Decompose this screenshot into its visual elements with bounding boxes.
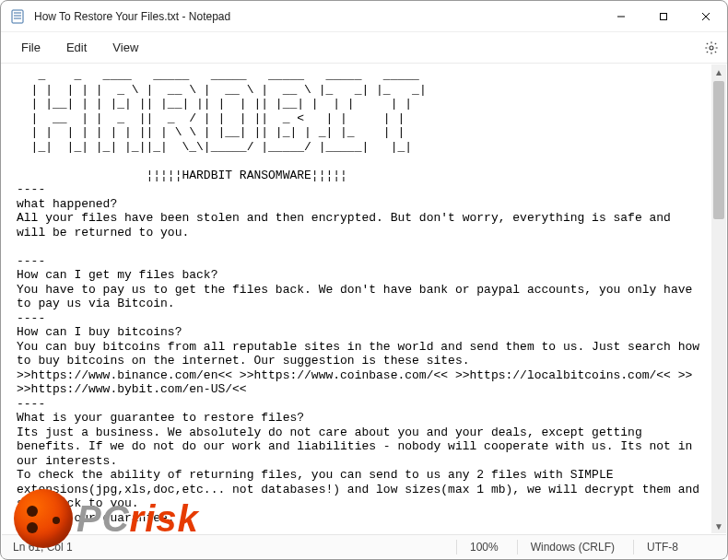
svg-rect-5 xyxy=(661,13,667,19)
window-title: How To Restore Your Files.txt - Notepad xyxy=(34,10,230,23)
svg-point-8 xyxy=(710,46,713,50)
menu-edit[interactable]: Edit xyxy=(53,35,100,60)
maximize-button[interactable] xyxy=(642,1,685,32)
status-position: Ln 61, Col 1 xyxy=(13,541,91,554)
svg-rect-0 xyxy=(12,10,23,23)
text-area[interactable]: _ _ ____ _____ _____ _____ _____ _____ |… xyxy=(2,64,711,533)
scroll-up-arrow[interactable]: ▲ xyxy=(711,64,726,79)
titlebar: How To Restore Your Files.txt - Notepad xyxy=(1,1,727,32)
status-encoding: UTF-8 xyxy=(647,541,715,554)
vertical-scrollbar[interactable]: ▲ ▼ xyxy=(711,64,726,533)
notepad-icon xyxy=(10,9,25,24)
menubar: File Edit View xyxy=(1,32,727,64)
scroll-thumb[interactable] xyxy=(713,81,724,219)
close-button[interactable] xyxy=(685,1,727,32)
status-eol: Windows (CRLF) xyxy=(531,541,633,554)
statusbar: Ln 61, Col 1 100% Windows (CRLF) UTF-8 xyxy=(2,534,726,558)
settings-button[interactable] xyxy=(696,32,727,64)
menu-view[interactable]: View xyxy=(100,35,151,60)
menu-file[interactable]: File xyxy=(8,35,53,60)
minimize-button[interactable] xyxy=(600,1,642,32)
scroll-down-arrow[interactable]: ▼ xyxy=(711,519,726,533)
status-zoom: 100% xyxy=(470,541,517,554)
